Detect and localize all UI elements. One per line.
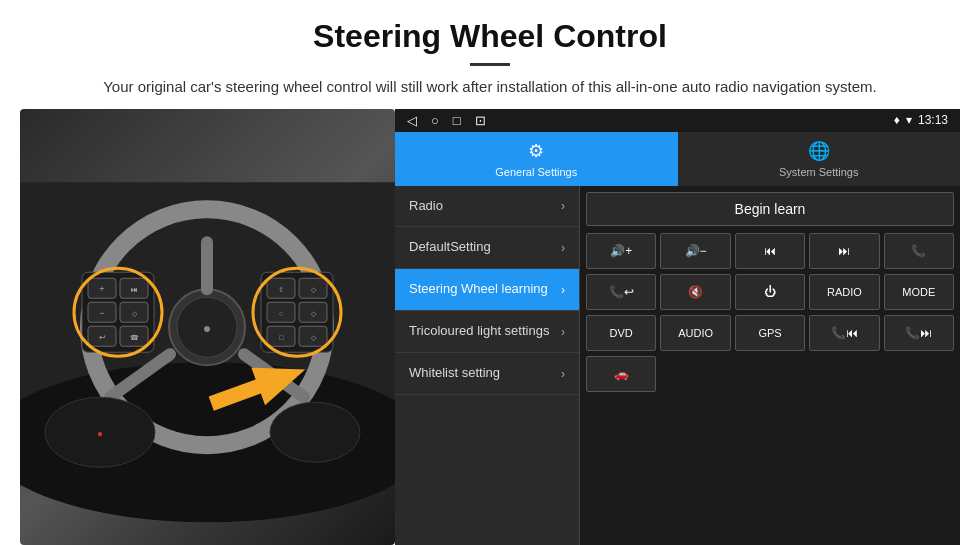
page-container: Steering Wheel Control Your original car… (0, 0, 980, 545)
globe-icon: 🌐 (808, 140, 830, 162)
begin-learn-button[interactable]: Begin learn (586, 192, 954, 226)
svg-text:○: ○ (279, 310, 283, 317)
svg-text:⇧: ⇧ (278, 286, 284, 293)
chevron-icon: › (561, 325, 565, 339)
gps-button[interactable]: GPS (735, 315, 805, 351)
wheel-image-area: + ⏭ − ◇ ↩ ☎ ⇧ ◇ ○ ◇ □ ◇ (20, 109, 395, 546)
main-content: + ⏭ − ◇ ↩ ☎ ⇧ ◇ ○ ◇ □ ◇ (0, 109, 980, 546)
svg-text:●: ● (97, 428, 103, 439)
chevron-icon: › (561, 283, 565, 297)
gear-settings-icon: ⚙ (528, 140, 544, 162)
menu-steering-label: Steering Wheel learning (409, 281, 548, 298)
title-divider (470, 63, 510, 66)
chevron-icon: › (561, 367, 565, 381)
menu-item-tricoloured[interactable]: Tricoloured light settings › (395, 311, 579, 353)
tab-general-label: General Settings (495, 166, 577, 178)
tab-system-settings[interactable]: 🌐 System Settings (678, 132, 961, 186)
svg-point-41 (270, 402, 360, 462)
subtitle: Your original car's steering wheel contr… (60, 76, 920, 99)
mode-button[interactable]: MODE (884, 274, 954, 310)
menu-item-steering-wheel[interactable]: Steering Wheel learning › (395, 269, 579, 311)
control-row-3: DVD AUDIO GPS 📞⏮ 📞⏭ (586, 315, 954, 351)
home-icon: ○ (431, 113, 439, 128)
audio-button[interactable]: AUDIO (660, 315, 730, 351)
header-section: Steering Wheel Control Your original car… (0, 0, 980, 109)
vol-up-button[interactable]: 🔊+ (586, 233, 656, 269)
status-bar: ◁ ○ □ ⊡ ♦ ▾ 13:13 (395, 109, 960, 132)
mute-button[interactable]: 🔇 (660, 274, 730, 310)
page-title: Steering Wheel Control (60, 18, 920, 55)
control-row-2: 📞↩ 🔇 ⏻ RADIO MODE (586, 274, 954, 310)
dvd-button[interactable]: DVD (586, 315, 656, 351)
menu-default-label: DefaultSetting (409, 239, 491, 256)
begin-learn-row: Begin learn (586, 192, 954, 226)
vol-down-button[interactable]: 🔊− (660, 233, 730, 269)
svg-text:+: + (99, 284, 104, 294)
location-icon: ♦ (894, 113, 900, 127)
status-right: ♦ ▾ 13:13 (894, 113, 948, 127)
next-track-button[interactable]: ⏭ (809, 233, 879, 269)
control-row-4: 🚗 (586, 356, 954, 392)
phone-button[interactable]: 📞 (884, 233, 954, 269)
signal-icon: ▾ (906, 113, 912, 127)
tab-bar: ⚙ General Settings 🌐 System Settings (395, 132, 960, 186)
back-icon: ◁ (407, 113, 417, 128)
power-button[interactable]: ⏻ (735, 274, 805, 310)
svg-text:−: − (99, 308, 104, 318)
car-icon-button[interactable]: 🚗 (586, 356, 656, 392)
menu-tricoloured-label: Tricoloured light settings (409, 323, 549, 340)
prev-track-button[interactable]: ⏮ (735, 233, 805, 269)
menu-icon: ⊡ (475, 113, 486, 128)
control-row-1: 🔊+ 🔊− ⏮ ⏭ 📞 (586, 233, 954, 269)
svg-text:☎: ☎ (130, 334, 139, 341)
radio-button[interactable]: RADIO (809, 274, 879, 310)
menu-controls: Radio › DefaultSetting › Steering Wheel … (395, 186, 960, 546)
svg-text:↩: ↩ (99, 333, 106, 342)
clock: 13:13 (918, 113, 948, 127)
menu-whitelist-label: Whitelist setting (409, 365, 500, 382)
menu-item-radio[interactable]: Radio › (395, 186, 579, 228)
phone-next-button[interactable]: 📞⏭ (884, 315, 954, 351)
recents-icon: □ (453, 113, 461, 128)
phone-hangup-button[interactable]: 📞↩ (586, 274, 656, 310)
menu-item-default-setting[interactable]: DefaultSetting › (395, 227, 579, 269)
right-controls: Begin learn 🔊+ 🔊− ⏮ ⏭ 📞 📞↩ 🔇 ⏻ (580, 186, 960, 546)
svg-text:⏭: ⏭ (131, 286, 138, 293)
phone-prev-button[interactable]: 📞⏮ (809, 315, 879, 351)
tab-system-label: System Settings (779, 166, 858, 178)
status-left-icons: ◁ ○ □ ⊡ (407, 113, 486, 128)
head-unit: ◁ ○ □ ⊡ ♦ ▾ 13:13 ⚙ General Settings (395, 109, 960, 546)
menu-item-whitelist[interactable]: Whitelist setting › (395, 353, 579, 395)
menu-radio-label: Radio (409, 198, 443, 215)
chevron-icon: › (561, 241, 565, 255)
chevron-icon: › (561, 199, 565, 213)
left-menu: Radio › DefaultSetting › Steering Wheel … (395, 186, 580, 546)
steering-wheel-svg: + ⏭ − ◇ ↩ ☎ ⇧ ◇ ○ ◇ □ ◇ (20, 109, 395, 546)
svg-text:●: ● (203, 320, 211, 336)
tab-general-settings[interactable]: ⚙ General Settings (395, 132, 678, 186)
